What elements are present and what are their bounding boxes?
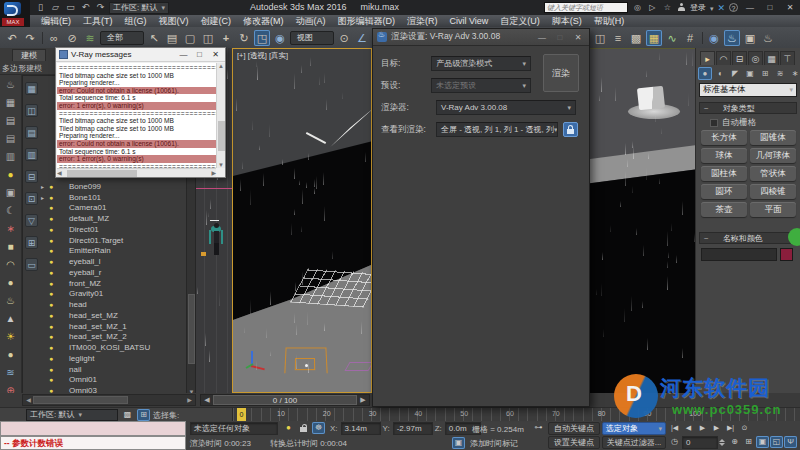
- select-by-name-icon[interactable]: [164, 30, 180, 46]
- select-move-icon[interactable]: [218, 30, 234, 46]
- link-icon[interactable]: [46, 30, 62, 46]
- image-icon[interactable]: [4, 96, 18, 109]
- 视图(V)[interactable]: 视图(V): [154, 15, 194, 27]
- slider-next-icon[interactable]: ▶: [357, 396, 369, 404]
- visibility-bulb-icon[interactable]: ●: [49, 258, 56, 265]
- 脚本(S)[interactable]: 脚本(S): [547, 15, 587, 27]
- sphere2-primitive-icon[interactable]: [4, 348, 18, 361]
- 图形编辑器(D)[interactable]: 图形编辑器(D): [333, 15, 401, 27]
- primitive-button[interactable]: 几何球体: [750, 148, 796, 163]
- slider-prev-icon[interactable]: ◀: [201, 396, 213, 404]
- scrollbar-thumb[interactable]: [67, 170, 137, 177]
- favorites-star-icon[interactable]: ☆: [662, 3, 673, 12]
- offset-mode-icon[interactable]: [312, 422, 325, 434]
- close-button[interactable]: ✕: [782, 3, 798, 12]
- layer-manager-icon[interactable]: [646, 30, 662, 46]
- key-mode-button[interactable]: [738, 422, 751, 434]
- particles-icon[interactable]: [4, 222, 18, 235]
- current-frame-marker[interactable]: 0: [237, 408, 246, 422]
- teapot-primitive-icon[interactable]: [4, 294, 18, 307]
- primitive-button[interactable]: 茶壶: [701, 202, 747, 217]
- render-setup-icon[interactable]: [724, 30, 740, 46]
- visibility-bulb-icon[interactable]: ●: [49, 366, 56, 373]
- graphite-icon[interactable]: [628, 30, 644, 46]
- y-coordinate-field[interactable]: -2.97m: [393, 422, 433, 435]
- dialog-minimize-button[interactable]: —: [535, 33, 549, 42]
- visibility-bulb-icon[interactable]: ●: [49, 237, 56, 244]
- camera-body-icon[interactable]: [4, 186, 18, 199]
- scrollbar-thumb[interactable]: [188, 294, 195, 364]
- visibility-bulb-icon[interactable]: ●: [49, 344, 56, 351]
- scroll-up-icon[interactable]: ▲: [217, 63, 225, 69]
- primitive-category-dropdown[interactable]: 标准基本体: [699, 83, 797, 97]
- search-input[interactable]: [544, 2, 628, 13]
- undo-quick-icon[interactable]: ↶: [79, 1, 92, 14]
- vray-minimize-button[interactable]: —: [177, 50, 190, 59]
- share-icon[interactable]: ▷: [647, 3, 658, 12]
- visibility-bulb-icon[interactable]: ●: [49, 226, 56, 233]
- sx-display-icon[interactable]: [25, 82, 38, 95]
- vray-horizontal-scrollbar[interactable]: ◀ ▶: [57, 168, 216, 177]
- scene-object-row[interactable]: ● Gravity01: [40, 289, 187, 300]
- select-manipulate-icon[interactable]: [272, 30, 288, 46]
- scene-object-row[interactable]: ● default_MZ: [40, 213, 187, 224]
- render-button[interactable]: 渲染: [543, 54, 579, 92]
- scene-object-row[interactable]: ● Camera01: [40, 203, 187, 214]
- viewport-perspective-active[interactable]: [+] [透视] [真实]: [232, 48, 372, 393]
- sx-sort-icon[interactable]: [25, 126, 38, 139]
- snap-toggle-icon[interactable]: [354, 30, 370, 46]
- visibility-bulb-icon[interactable]: ●: [49, 355, 56, 362]
- scroll-down-icon[interactable]: ▼: [217, 162, 225, 168]
- redo-icon[interactable]: [22, 30, 38, 46]
- 修改器(M)[interactable]: 修改器(M): [238, 15, 289, 27]
- scene-object-row[interactable]: ● Direct01.Target: [40, 235, 187, 246]
- visibility-bulb-icon[interactable]: ●: [49, 333, 56, 340]
- primitive-button[interactable]: 长方体: [701, 130, 747, 145]
- scene-object-row[interactable]: ● Omni01: [40, 375, 187, 386]
- dome-primitive-icon[interactable]: [4, 258, 18, 271]
- mirror-icon[interactable]: [592, 30, 608, 46]
- primitive-button[interactable]: 圆环: [701, 184, 747, 199]
- scene-object-row[interactable]: ● head_set_MZ_2: [40, 332, 187, 343]
- sx-frz-icon[interactable]: [25, 192, 38, 205]
- object-name-input[interactable]: [701, 248, 777, 261]
- 组(G)[interactable]: 组(G): [120, 15, 152, 27]
- miku-character[interactable]: [208, 220, 224, 258]
- maximize-button[interactable]: □: [762, 3, 778, 12]
- go-start-button[interactable]: [668, 422, 681, 434]
- teapot-icon[interactable]: [4, 78, 18, 91]
- redo-quick-icon[interactable]: ↷: [94, 1, 107, 14]
- scene-object-row[interactable]: ● eyeball_l: [40, 256, 187, 267]
- scene-object-row[interactable]: ● head: [40, 299, 187, 310]
- 渲染(R)[interactable]: 渲染(R): [402, 15, 443, 27]
- zoom-all-icon[interactable]: [742, 436, 755, 448]
- select-rotate-icon[interactable]: [236, 30, 252, 46]
- scene-object-row[interactable]: ● ITM000_KOSI_BATSU: [40, 342, 187, 353]
- tab-modify[interactable]: [716, 51, 731, 65]
- region-select-icon[interactable]: [182, 30, 198, 46]
- help-icon[interactable]: ?: [729, 3, 738, 12]
- moon-icon[interactable]: [4, 204, 18, 217]
- vray-maximize-button[interactable]: □: [193, 50, 206, 59]
- autodesk-x-logo-icon[interactable]: ✕: [717, 3, 725, 13]
- sx-lock-icon[interactable]: [25, 148, 38, 161]
- primitive-button[interactable]: 平面: [750, 202, 796, 217]
- use-pivot-icon[interactable]: [336, 30, 352, 46]
- waves-icon[interactable]: [4, 366, 18, 379]
- set-key-button[interactable]: 设置关键点: [548, 436, 600, 449]
- material-editor-icon[interactable]: [706, 30, 722, 46]
- scrollbar-thumb[interactable]: [218, 121, 225, 151]
- list3-icon[interactable]: [4, 150, 18, 163]
- zoom-icon[interactable]: [728, 436, 741, 448]
- select-scale-icon[interactable]: [254, 30, 270, 46]
- tab-motion[interactable]: [748, 51, 763, 65]
- frame-spinner[interactable]: [719, 436, 726, 448]
- toolbar-separator[interactable]: [40, 30, 44, 46]
- bind-spacewarp-icon[interactable]: [82, 30, 98, 46]
- cone-primitive-icon[interactable]: [4, 312, 18, 325]
- vray-close-button[interactable]: ✕: [209, 50, 222, 59]
- Civil View[interactable]: Civil View: [445, 15, 494, 27]
- ribbon-tab-modeling[interactable]: 建模: [12, 49, 46, 61]
- layers-list-icon[interactable]: [4, 114, 18, 127]
- visibility-bulb-icon[interactable]: ●: [49, 215, 56, 222]
